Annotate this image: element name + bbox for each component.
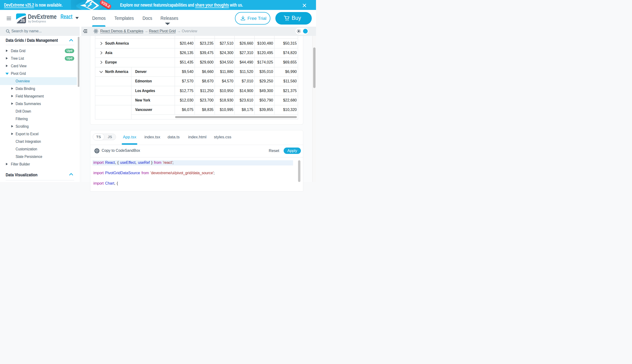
svg-text:JS: JS bbox=[20, 18, 25, 23]
